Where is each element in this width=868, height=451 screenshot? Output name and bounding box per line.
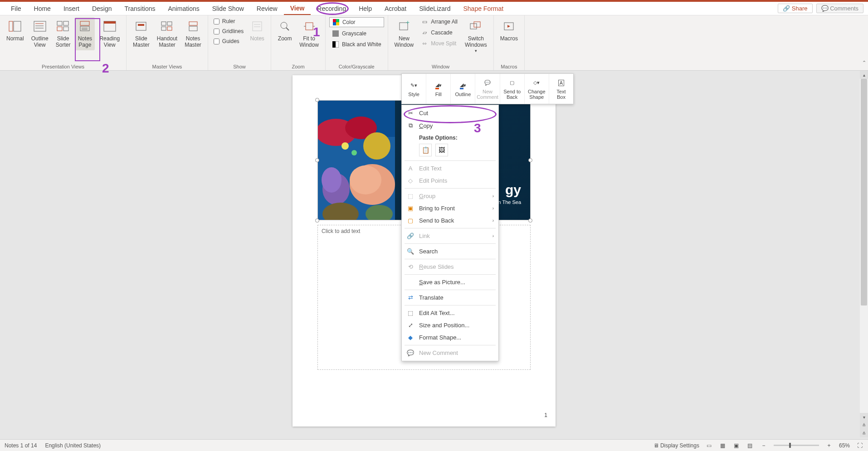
zoom-percentage[interactable]: 65% (839, 442, 850, 449)
switch-windows-button[interactable]: Switch Windows▾ (462, 17, 490, 55)
normal-view-button[interactable]: Normal (4, 17, 27, 44)
mini-fill-button[interactable]: ◢▾Fill (426, 74, 451, 104)
grayscale-button[interactable]: Grayscale (329, 29, 384, 38)
edit-points-label: Edit Points (419, 177, 447, 184)
arrange-all-button[interactable]: ▭Arrange All (418, 17, 460, 26)
cascade-label: Cascade (431, 29, 452, 36)
svg-rect-22 (189, 22, 197, 25)
ctx-save-picture[interactable]: Save as Picture... (402, 276, 498, 288)
language-indicator[interactable]: English (United States) (45, 442, 101, 449)
ctx-size-position[interactable]: ⤢Size and Position... (402, 319, 498, 331)
selection-handle-mr[interactable] (528, 158, 532, 162)
reading-view-sb-button[interactable]: ▣ (733, 442, 740, 449)
black-white-button[interactable]: Black and White (329, 40, 384, 49)
tab-review[interactable]: Review (250, 3, 284, 15)
send-back-ctx-icon: ▢ (406, 217, 414, 224)
mini-change-shape-label: Change Shape (528, 89, 546, 100)
tab-file[interactable]: File (5, 3, 28, 15)
ctx-translate[interactable]: ⇄Translate (402, 291, 498, 304)
notes-page-button[interactable]: Notes Page (75, 17, 95, 50)
new-window-button[interactable]: +New Window (392, 17, 417, 50)
svg-rect-7 (63, 21, 68, 25)
paste-picture-button[interactable]: 🖼 (435, 144, 448, 156)
gridlines-checkbox[interactable]: Gridlines (212, 27, 245, 35)
group-label: Group (419, 193, 435, 199)
slide-sorter-button[interactable]: Slide Sorter (53, 17, 73, 50)
share-button[interactable]: 🔗 Share (778, 4, 812, 13)
tab-insert[interactable]: Insert (57, 3, 86, 15)
tab-view[interactable]: View (284, 2, 311, 15)
selection-handle-br[interactable] (528, 218, 532, 223)
fit-to-window-button[interactable]: Fit to Window (297, 17, 322, 50)
zoom-button[interactable]: Zoom (275, 17, 295, 44)
edit-text-label: Edit Text (419, 165, 442, 172)
scroll-thumb[interactable] (861, 79, 867, 306)
fill-icon: ◢▾ (434, 81, 443, 90)
ctx-format-shape[interactable]: ◆Format Shape... (402, 331, 498, 344)
ctx-sep-7 (405, 290, 496, 290)
svg-line-28 (286, 28, 289, 30)
scroll-up-button[interactable]: ▴ (860, 71, 868, 79)
zoom-in-button[interactable]: + (825, 442, 833, 449)
zoom-out-button[interactable]: − (760, 442, 767, 449)
ctx-cut[interactable]: ✂Cut (402, 107, 498, 119)
selection-handle-bl[interactable] (315, 218, 319, 223)
vertical-scrollbar[interactable]: ▴ ▾ ≜ ≛ (860, 71, 868, 437)
collapse-ribbon-button[interactable]: ⌃ (862, 60, 866, 66)
mini-text-box-button[interactable]: AText Box (549, 74, 573, 104)
copy-label: Copy (419, 122, 433, 129)
comments-button[interactable]: 💬 Comments (816, 4, 863, 13)
guides-checkbox[interactable]: Guides (212, 37, 245, 45)
svg-rect-20 (161, 27, 166, 30)
ctx-send-back[interactable]: ▢Send to Back› (402, 214, 498, 227)
scroll-track[interactable] (860, 79, 868, 413)
color-button[interactable]: Color (329, 17, 384, 27)
slide-master-button[interactable]: Slide Master (130, 17, 152, 50)
ctx-alt-text[interactable]: ⬚Edit Alt Text... (402, 307, 498, 319)
tab-design[interactable]: Design (86, 3, 118, 15)
next-slide-button[interactable]: ≛ (860, 429, 868, 437)
tab-shape-format[interactable]: Shape Format (457, 3, 510, 15)
tab-help[interactable]: Help (352, 3, 378, 15)
notes-master-button[interactable]: Notes Master (182, 17, 204, 50)
tab-acrobat[interactable]: Acrobat (378, 3, 413, 15)
mini-send-back-button[interactable]: ▢Send to Back (500, 74, 525, 104)
ctx-copy[interactable]: ⧉Copy (402, 119, 498, 132)
tab-slide-show[interactable]: Slide Show (206, 3, 250, 15)
zoom-slider-thumb[interactable] (789, 443, 791, 448)
paste-use-destination-button[interactable]: 📋 (419, 144, 432, 156)
slideshow-sb-button[interactable]: ▤ (746, 442, 754, 449)
macros-button[interactable]: Macros (497, 17, 521, 44)
outline-view-button[interactable]: Outline View (29, 17, 51, 50)
handout-master-button[interactable]: Handout Master (154, 17, 180, 50)
ruler-checkbox[interactable]: Ruler (212, 17, 245, 25)
display-settings-button[interactable]: 🖥 Display Settings (653, 442, 699, 449)
mini-change-shape-button[interactable]: ◇▾Change Shape (525, 74, 549, 104)
presentation-views-label: Presentation Views (4, 63, 122, 69)
svg-point-49 (363, 132, 390, 160)
cascade-button[interactable]: ▱Cascade (418, 28, 460, 37)
slide-sorter-sb-button[interactable]: ▦ (719, 442, 727, 449)
prev-slide-button[interactable]: ≜ (860, 421, 868, 429)
mini-style-button[interactable]: ✎▾Style (402, 74, 426, 104)
tab-slidelizard[interactable]: SlideLizard (413, 3, 457, 15)
selection-handle-tl[interactable] (315, 98, 319, 102)
ctx-bring-front[interactable]: ▣Bring to Front› (402, 202, 498, 214)
ctx-search[interactable]: 🔍Search (402, 245, 498, 257)
svg-marker-44 (507, 25, 510, 28)
tab-animations[interactable]: Animations (161, 3, 205, 15)
bring-front-icon: ▣ (406, 205, 414, 212)
scroll-down-button[interactable]: ▾ (860, 413, 868, 421)
tab-recording[interactable]: Recording (311, 3, 352, 15)
tab-home[interactable]: Home (28, 3, 57, 15)
reading-view-button[interactable]: Reading View (97, 17, 122, 50)
mini-outline-button[interactable]: ◢▾Outline (451, 74, 475, 104)
fit-to-window-sb-button[interactable]: ⛶ (856, 442, 863, 449)
tab-transitions[interactable]: Transitions (118, 3, 162, 15)
svg-point-27 (281, 22, 287, 29)
zoom-slider[interactable] (774, 445, 819, 446)
ctx-sep-6 (405, 274, 496, 275)
normal-view-sb-button[interactable]: ▭ (706, 442, 713, 449)
selection-handle-ml[interactable] (315, 158, 319, 162)
chevron-right-icon: › (493, 233, 494, 238)
